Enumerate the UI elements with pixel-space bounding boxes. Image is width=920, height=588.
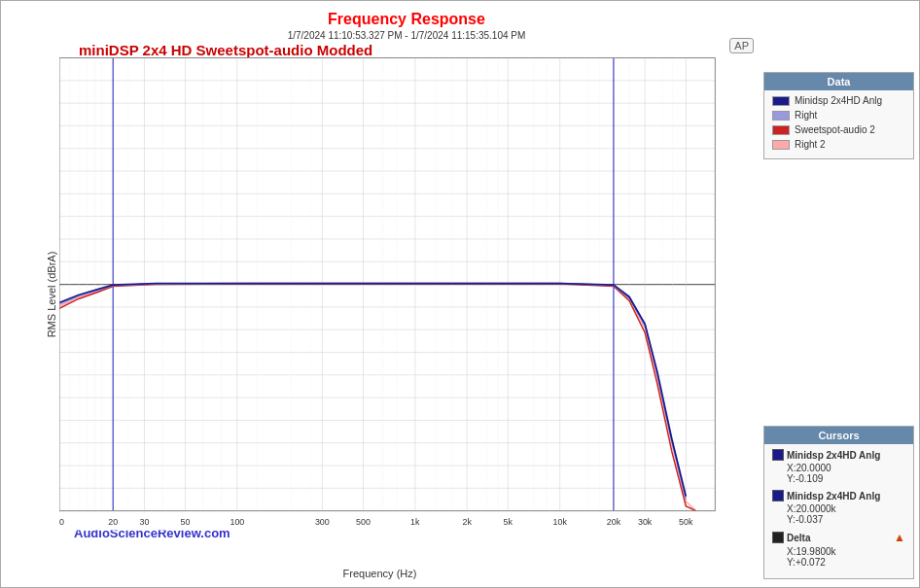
data-legend-header: Data bbox=[764, 73, 913, 90]
cursors-content: Minidsp 2x4HD Anlg X:20.0000 Y:-0.109 Mi… bbox=[764, 444, 913, 578]
legend-item-0: Minidsp 2x4HD Anlg bbox=[772, 95, 905, 106]
legend-label-2: Sweetspot-audio 2 bbox=[795, 124, 875, 135]
legend-label-0: Minidsp 2x4HD Anlg bbox=[795, 95, 882, 106]
data-legend-content: Minidsp 2x4HD Anlg Right Sweetspot-audio… bbox=[764, 90, 913, 158]
cursor-header-1: Minidsp 2x4HD Anlg bbox=[772, 490, 905, 502]
cursor-y-0: Y:-0.109 bbox=[787, 473, 905, 484]
frequency-response-chart: +5.0 +4.5 +4.0 +3.5 +3.0 +2.5 +2.0 +1.5 … bbox=[59, 45, 754, 543]
cursor-label-0: Minidsp 2x4HD Anlg bbox=[787, 450, 880, 461]
cursor-color-1 bbox=[772, 490, 784, 502]
cursor-x-delta: X:19.9800k bbox=[787, 546, 905, 557]
chart-area: Frequency Response 1/7/2024 11:10:53.327… bbox=[1, 1, 759, 587]
legend-color-0 bbox=[772, 96, 790, 106]
svg-text:10: 10 bbox=[59, 518, 64, 528]
cursor-section-0: Minidsp 2x4HD Anlg X:20.0000 Y:-0.109 bbox=[772, 449, 905, 484]
cursor-header-delta: Delta ▲ bbox=[772, 531, 905, 544]
right-panel: Data Minidsp 2x4HD Anlg Right Sweetspot-… bbox=[759, 1, 919, 587]
legend-label-1: Right bbox=[795, 110, 817, 121]
svg-text:20k: 20k bbox=[607, 518, 621, 528]
legend-item-3: Right 2 bbox=[772, 139, 905, 150]
data-legend-box: Data Minidsp 2x4HD Anlg Right Sweetspot-… bbox=[763, 72, 914, 159]
svg-text:20: 20 bbox=[108, 518, 118, 528]
svg-text:500: 500 bbox=[356, 518, 371, 528]
legend-item-1: Right bbox=[772, 110, 905, 121]
cursor-label-1: Minidsp 2x4HD Anlg bbox=[787, 491, 880, 502]
svg-text:30k: 30k bbox=[638, 518, 653, 528]
svg-text:1k: 1k bbox=[410, 518, 420, 528]
svg-text:300: 300 bbox=[315, 518, 330, 528]
svg-text:100: 100 bbox=[230, 518, 244, 528]
cursor-section-1: Minidsp 2x4HD Anlg X:20.0000k Y:-0.037 bbox=[772, 490, 905, 525]
cursor-label-delta: Delta bbox=[787, 533, 810, 543]
svg-text:2k: 2k bbox=[462, 518, 472, 528]
cursor-color-delta bbox=[772, 532, 784, 543]
svg-text:50: 50 bbox=[181, 518, 191, 528]
main-container: Frequency Response 1/7/2024 11:10:53.327… bbox=[0, 0, 920, 588]
x-axis-label: Frequency (Hz) bbox=[343, 568, 417, 579]
svg-text:5k: 5k bbox=[504, 518, 513, 528]
svg-text:50k: 50k bbox=[679, 518, 693, 528]
legend-item-2: Sweetspot-audio 2 bbox=[772, 124, 905, 135]
chart-subtitle: 1/7/2024 11:10:53.327 PM - 1/7/2024 11:1… bbox=[59, 30, 754, 41]
y-axis-label: RMS Level (dBrA) bbox=[46, 251, 57, 337]
svg-text:10k: 10k bbox=[552, 518, 567, 528]
chart-title: Frequency Response bbox=[59, 11, 754, 28]
svg-text:30: 30 bbox=[140, 518, 150, 528]
cursors-box: Cursors Minidsp 2x4HD Anlg X:20.0000 Y:-… bbox=[763, 426, 914, 579]
cursor-y-delta: Y:+0.072 bbox=[787, 557, 905, 568]
legend-color-1 bbox=[772, 111, 790, 121]
cursor-x-0: X:20.0000 bbox=[787, 463, 905, 473]
delta-triangle-icon: ▲ bbox=[894, 531, 905, 544]
cursor-section-delta: Delta ▲ X:19.9800k Y:+0.072 bbox=[772, 531, 905, 568]
legend-label-3: Right 2 bbox=[795, 139, 826, 150]
cursors-header: Cursors bbox=[764, 427, 913, 444]
cursor-color-0 bbox=[772, 449, 784, 461]
chart-wrapper: +5.0 +4.5 +4.0 +3.5 +3.0 +2.5 +2.0 +1.5 … bbox=[59, 45, 754, 543]
cursor-y-1: Y:-0.037 bbox=[787, 514, 905, 525]
cursor-header-0: Minidsp 2x4HD Anlg bbox=[772, 449, 905, 461]
legend-color-3 bbox=[772, 140, 790, 150]
cursor-x-1: X:20.0000k bbox=[787, 503, 905, 514]
legend-color-2 bbox=[772, 125, 790, 135]
